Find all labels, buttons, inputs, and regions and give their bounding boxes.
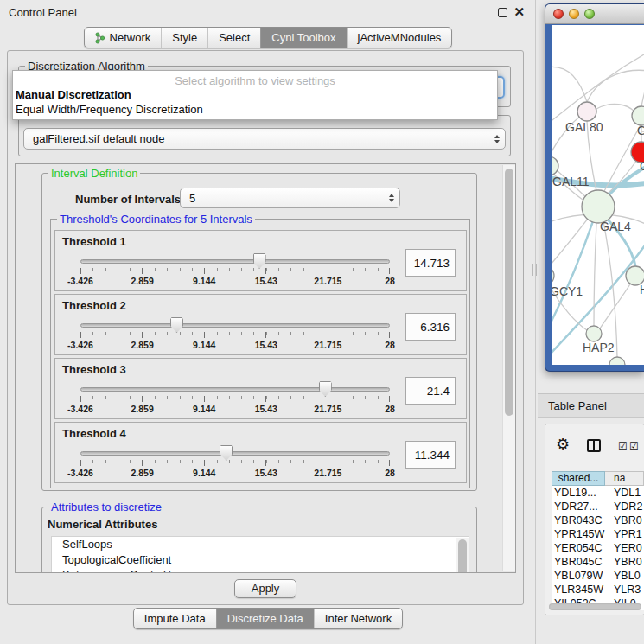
pane-scrollbar[interactable] bbox=[502, 165, 515, 571]
threshold-4-slider[interactable]: -3.426 2.859 9.144 15.43 21.715 28 bbox=[80, 445, 390, 481]
table-row[interactable]: YER054CYER0 bbox=[552, 541, 644, 555]
tab-infer-network[interactable]: Infer Network bbox=[314, 609, 402, 628]
table-row[interactable]: YDR27...YDR2 bbox=[552, 500, 644, 513]
table-row[interactable]: YBR043CYBR0 bbox=[552, 513, 644, 527]
node-label-gcy1: GCY1 bbox=[552, 284, 583, 298]
mac-minimize-icon[interactable] bbox=[569, 9, 579, 19]
gear-icon[interactable]: ⚙ bbox=[556, 437, 570, 452]
list-item[interactable]: SelfLoops bbox=[52, 537, 469, 552]
float-window-icon[interactable] bbox=[498, 8, 507, 17]
table-panel: ⚙ ☑ ☑ shared... na YDL19...YDL1 YDR27...… bbox=[545, 424, 644, 615]
threshold-label: Threshold 2 bbox=[62, 299, 126, 312]
spinner-icon bbox=[494, 135, 500, 143]
selected-value: galFiltered.sif default node bbox=[33, 129, 164, 149]
group-label: Attributes to discretize bbox=[48, 501, 164, 513]
thresholds-coordinates-group: Threshold's Coordinates for 5 Intervals … bbox=[50, 219, 470, 488]
number-of-intervals-label: Number of Intervals bbox=[75, 193, 181, 206]
node-label-gal4: GAL4 bbox=[600, 220, 631, 233]
scrollbar-thumb[interactable] bbox=[458, 539, 467, 573]
tab-jactivemnodules[interactable]: jActiveMNodules bbox=[347, 28, 452, 48]
node-label-cut-h: H bbox=[640, 283, 644, 296]
slider-major-ticks bbox=[80, 460, 390, 466]
panel-title: Control Panel bbox=[9, 6, 77, 19]
slider-track[interactable] bbox=[80, 451, 390, 456]
table-row[interactable]: YDL19...YDL1 bbox=[552, 486, 644, 500]
checkbox-icon[interactable]: ☑ bbox=[618, 440, 628, 452]
apply-button[interactable]: Apply bbox=[234, 579, 296, 598]
tab-label: Network bbox=[110, 31, 151, 44]
threshold-3-slider[interactable]: -3.426 2.859 9.144 15.43 21.715 28 bbox=[80, 381, 390, 418]
panel-resize-handle[interactable] bbox=[532, 264, 537, 276]
table-toolbar: ⚙ ☑ ☑ bbox=[545, 424, 644, 469]
tab-select[interactable]: Select bbox=[207, 28, 260, 48]
tab-label: Discretize Data bbox=[227, 612, 303, 625]
dropdown-option-equal-width-frequency[interactable]: Equal Width/Frequency Discretization bbox=[13, 102, 497, 117]
slider-thumb[interactable] bbox=[253, 253, 266, 269]
threshold-4-value-field[interactable] bbox=[405, 441, 456, 469]
list-item[interactable]: BetweennessCentrality bbox=[52, 567, 469, 573]
numerical-attributes-list: SelfLoops TopologicalCoefficient Between… bbox=[51, 536, 469, 573]
horizontal-scrollbar[interactable] bbox=[549, 603, 641, 610]
threshold-3-panel: Threshold 3 -3.426 2.859 9.144 15.43 bbox=[54, 358, 467, 419]
selected-value: 5 bbox=[189, 188, 195, 207]
slider-track[interactable] bbox=[80, 387, 390, 392]
attributes-to-discretize-group: Attributes to discretize Numerical Attri… bbox=[41, 507, 477, 573]
tab-label: Select bbox=[219, 31, 250, 44]
checkbox-icon[interactable]: ☑ bbox=[629, 440, 639, 452]
tab-label: Impute Data bbox=[144, 612, 206, 625]
threshold-2-panel: Threshold 2 -3.426 2.859 9.144 15.43 bbox=[54, 294, 467, 355]
slider-thumb[interactable] bbox=[319, 381, 332, 397]
column-header-name[interactable]: na bbox=[605, 471, 644, 486]
threshold-1-slider[interactable]: -3.426 2.859 9.144 15.43 21.715 28 bbox=[80, 253, 390, 290]
tab-label: Infer Network bbox=[325, 612, 392, 625]
table-panel-title: Table Panel bbox=[548, 399, 607, 412]
slider-major-ticks bbox=[80, 332, 390, 338]
list-scrollbar[interactable] bbox=[456, 538, 469, 573]
slider-major-ticks bbox=[80, 396, 390, 402]
table-row[interactable]: YBL079WYBL0 bbox=[552, 569, 644, 583]
settings-scroll-pane: Interval Definition Number of Intervals … bbox=[15, 163, 516, 573]
mac-close-icon[interactable] bbox=[553, 9, 564, 19]
dropdown-placeholder-item: Select algorithm to view settings bbox=[13, 71, 497, 87]
slider-major-ticks bbox=[80, 268, 390, 274]
tab-cyni-toolbox[interactable]: Cyni Toolbox bbox=[260, 28, 346, 48]
node-attribute-table: shared... na YDL19...YDL1 YDR27...YDR2 Y… bbox=[552, 471, 644, 610]
split-columns-icon[interactable] bbox=[587, 439, 601, 452]
slider-track[interactable] bbox=[80, 323, 390, 328]
dropdown-option-manual-discretization[interactable]: Manual Discretization bbox=[13, 87, 497, 102]
table-panel-header: Table Panel bbox=[538, 393, 644, 418]
table-row[interactable]: YBR045CYBR0 bbox=[552, 555, 644, 569]
table-data-select[interactable]: galFiltered.sif default node bbox=[23, 128, 506, 150]
slider-thumb[interactable] bbox=[220, 445, 233, 461]
number-of-intervals-select[interactable]: 5 bbox=[180, 188, 400, 208]
node-label-cut-c: C bbox=[640, 159, 644, 173]
list-item[interactable]: TopologicalCoefficient bbox=[52, 552, 469, 568]
threshold-4-panel: Threshold 4 -3.426 2.859 9.144 15.43 bbox=[54, 422, 467, 483]
mac-zoom-icon[interactable] bbox=[584, 9, 595, 19]
table-row[interactable]: YLR345WYLR3 bbox=[552, 583, 644, 596]
group-label: Threshold's Coordinates for 5 Intervals bbox=[57, 213, 255, 226]
threshold-2-slider[interactable]: -3.426 2.859 9.144 15.43 21.715 28 bbox=[80, 317, 390, 354]
tab-impute-data[interactable]: Impute Data bbox=[134, 609, 216, 628]
threshold-label: Threshold 3 bbox=[62, 363, 126, 376]
threshold-3-value-field[interactable] bbox=[405, 377, 456, 405]
interval-definition-group: Interval Definition Number of Intervals … bbox=[41, 173, 477, 491]
threshold-2-value-field[interactable] bbox=[405, 313, 456, 341]
node-label-cut-g: G bbox=[637, 124, 644, 137]
network-canvas[interactable]: GAL80 G C GAL11 GAL4 GCY1 H HAP2 bbox=[552, 25, 644, 365]
tab-style[interactable]: Style bbox=[161, 28, 207, 48]
column-header-shared-name[interactable]: shared... bbox=[552, 471, 605, 486]
slider-thumb[interactable] bbox=[170, 317, 183, 333]
tab-discretize-data[interactable]: Discretize Data bbox=[216, 609, 314, 628]
network-icon bbox=[95, 32, 105, 44]
slider-track[interactable] bbox=[80, 259, 390, 264]
threshold-1-value-field[interactable] bbox=[405, 249, 456, 277]
slider-tick-labels: -3.426 2.859 9.144 15.43 21.715 28 bbox=[80, 468, 390, 478]
node-label-gal11: GAL11 bbox=[552, 175, 590, 188]
table-row[interactable]: YPR145WYPR1 bbox=[552, 527, 644, 541]
table-data-group: Table Data galFiltered.sif default node bbox=[18, 115, 511, 156]
table-header-row: shared... na bbox=[552, 471, 644, 486]
tab-network[interactable]: Network bbox=[85, 28, 162, 48]
close-icon[interactable]: ✕ bbox=[513, 6, 525, 18]
scrollbar-thumb[interactable] bbox=[505, 169, 513, 416]
